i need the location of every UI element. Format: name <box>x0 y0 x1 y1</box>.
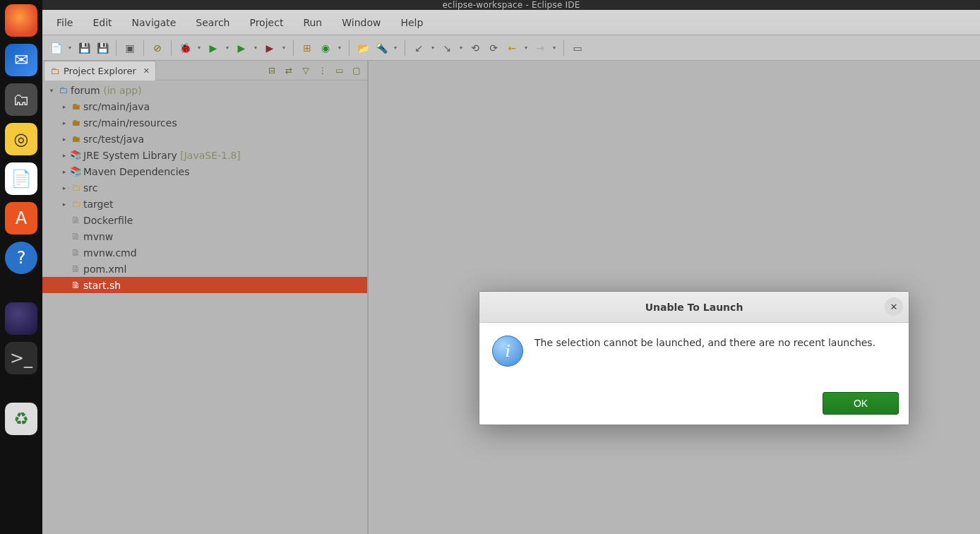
back-edit-icon[interactable]: ⟲ <box>467 40 483 56</box>
xml-file-icon: 🗎 <box>69 263 82 274</box>
dock-help[interactable]: ? <box>5 242 37 274</box>
link-editor-icon[interactable]: ⇄ <box>282 64 295 77</box>
run-icon[interactable]: ▶ <box>205 40 221 56</box>
dock-terminal[interactable]: >_ <box>5 342 37 374</box>
nav-fwd-icon[interactable]: → <box>532 40 548 56</box>
tree-item-label: src/test/java <box>82 134 144 145</box>
tree-item-label: mvnw.cmd <box>82 247 137 259</box>
skip-breakpoints-icon[interactable]: ⊘ <box>150 40 165 56</box>
tree-item-label: pom.xml <box>82 263 126 275</box>
run-dropdown[interactable]: ▾ <box>224 44 231 51</box>
package-folder-icon: 🖿 <box>69 134 82 144</box>
tree-item-maven-deps[interactable]: ▸ 📚 Maven Dependencies <box>42 163 367 179</box>
new-package-icon[interactable]: ⊞ <box>299 40 315 56</box>
last-edit-icon[interactable]: ↙ <box>411 40 426 56</box>
menu-help[interactable]: Help <box>393 14 430 31</box>
menu-file[interactable]: File <box>49 14 80 31</box>
search-type-dropdown[interactable]: ▾ <box>392 44 399 51</box>
search-type-icon[interactable]: 🔦 <box>374 40 389 56</box>
filter-icon[interactable]: ▽ <box>299 64 312 77</box>
new-icon[interactable]: 📄 <box>48 40 64 56</box>
menu-project[interactable]: Project <box>242 14 290 31</box>
library-icon: 📚 <box>69 150 82 160</box>
project-tree[interactable]: ▾ 🗀 forum (in app) ▸ 🖿 src/main/java ▸ 🖿… <box>42 81 367 534</box>
desktop-dock: ✉ 🗂 ◎ 📄 A ? >_ ♻ <box>0 0 42 534</box>
minimize-view-icon[interactable]: ▭ <box>333 64 346 77</box>
tree-item-src-main-resources[interactable]: ▸ 🖿 src/main/resources <box>42 114 367 131</box>
collapse-all-icon[interactable]: ⊟ <box>265 64 278 77</box>
dock-software[interactable]: A <box>5 202 37 235</box>
debug-dropdown[interactable]: ▾ <box>196 44 203 51</box>
chevron-right-icon[interactable]: ▸ <box>59 152 69 159</box>
tree-item-label: src/main/resources <box>82 117 177 129</box>
chevron-down-icon[interactable]: ▾ <box>47 87 56 94</box>
dock-firefox[interactable] <box>5 4 37 37</box>
tree-item-src[interactable]: ▸ 🗀 src <box>42 179 367 196</box>
view-menu-icon[interactable]: ⋮ <box>316 64 329 77</box>
open-type-icon[interactable]: 📂 <box>355 40 371 56</box>
menu-navigate[interactable]: Navigate <box>125 14 184 31</box>
menu-search[interactable]: Search <box>189 14 237 31</box>
tree-item-mvnw-cmd[interactable]: 🗎 mvnw.cmd <box>42 244 367 261</box>
dock-files[interactable]: 🗂 <box>5 83 37 116</box>
tree-item-src-test-java[interactable]: ▸ 🖿 src/test/java <box>42 131 367 147</box>
tree-item-pom-xml[interactable]: 🗎 pom.xml <box>42 261 367 277</box>
last-edit-dropdown[interactable]: ▾ <box>429 44 436 51</box>
ext-tools-icon[interactable]: ▶ <box>262 40 277 56</box>
dock-eclipse[interactable] <box>5 302 37 335</box>
perspective-icon[interactable]: ▭ <box>570 40 585 56</box>
chevron-right-icon[interactable]: ▸ <box>59 103 69 110</box>
save-all-icon[interactable]: 💾 <box>95 40 110 56</box>
dock-thunderbird[interactable]: ✉ <box>5 44 37 76</box>
coverage-icon[interactable]: ▶ <box>234 40 249 56</box>
dock-trash[interactable]: ♻ <box>5 403 37 435</box>
new-class-dropdown[interactable]: ▾ <box>336 44 343 51</box>
project-explorer-tab[interactable]: 🗀 Project Explorer ✕ <box>44 61 156 81</box>
tree-item-dockerfile[interactable]: 🗎 Dockerfile <box>42 212 367 228</box>
tree-item-mvnw[interactable]: 🗎 mvnw <box>42 228 367 244</box>
menu-edit[interactable]: Edit <box>85 14 119 31</box>
save-icon[interactable]: 💾 <box>76 40 92 56</box>
nav-back-dropdown[interactable]: ▾ <box>522 44 530 51</box>
chevron-right-icon[interactable]: ▸ <box>59 168 69 175</box>
new-class-icon[interactable]: ◉ <box>318 40 333 56</box>
tree-item-start-sh[interactable]: 🗎 start.sh <box>42 277 367 293</box>
chevron-right-icon[interactable]: ▸ <box>59 201 69 208</box>
close-icon[interactable]: ✕ <box>885 297 903 316</box>
dock-writer[interactable]: 📄 <box>5 162 37 195</box>
dock-rhythmbox[interactable]: ◎ <box>5 123 37 155</box>
terminal-icon[interactable]: ▣ <box>122 40 138 56</box>
dialog-titlebar[interactable]: Unable To Launch ✕ <box>479 292 909 323</box>
tree-root-forum[interactable]: ▾ 🗀 forum (in app) <box>42 82 367 98</box>
eclipse-window: eclipse-workspace - Eclipse IDE File Edi… <box>42 0 980 534</box>
fwd-edit-icon[interactable]: ⟳ <box>486 40 501 56</box>
file-icon: 🗎 <box>69 215 82 225</box>
package-folder-icon: 🖿 <box>69 117 82 128</box>
coverage-dropdown[interactable]: ▾ <box>252 44 259 51</box>
menu-window[interactable]: Window <box>335 14 388 31</box>
tree-item-label: Maven Dependencies <box>82 166 190 177</box>
ext-tools-dropdown[interactable]: ▾ <box>280 44 287 51</box>
chevron-right-icon[interactable]: ▸ <box>59 119 69 126</box>
next-annot-dropdown[interactable]: ▾ <box>458 44 465 51</box>
chevron-right-icon[interactable]: ▸ <box>59 184 69 191</box>
debug-icon[interactable]: 🐞 <box>177 40 193 56</box>
tree-item-label: src <box>82 182 97 194</box>
ok-button[interactable]: OK <box>823 392 899 415</box>
tree-item-jre[interactable]: ▸ 📚 JRE System Library [JavaSE-1.8] <box>42 147 367 163</box>
file-icon: 🗎 <box>69 280 82 290</box>
nav-back-icon[interactable]: ← <box>504 40 520 56</box>
view-toolbar: ⊟ ⇄ ▽ ⋮ ▭ ▢ <box>265 64 367 77</box>
tree-item-src-main-java[interactable]: ▸ 🖿 src/main/java <box>42 98 367 114</box>
dialog-title: Unable To Launch <box>645 302 743 313</box>
project-icon: 🗀 <box>56 85 69 95</box>
tree-item-qualifier: [JavaSE-1.8] <box>180 150 241 161</box>
maximize-view-icon[interactable]: ▢ <box>350 64 363 77</box>
tree-item-target[interactable]: ▸ 🗀 target <box>42 196 367 212</box>
menu-run[interactable]: Run <box>296 14 329 31</box>
next-annot-icon[interactable]: ↘ <box>439 40 455 56</box>
close-view-icon[interactable]: ✕ <box>143 66 150 76</box>
nav-fwd-dropdown[interactable]: ▾ <box>551 44 558 51</box>
chevron-right-icon[interactable]: ▸ <box>59 136 69 143</box>
new-dropdown[interactable]: ▾ <box>66 44 73 51</box>
